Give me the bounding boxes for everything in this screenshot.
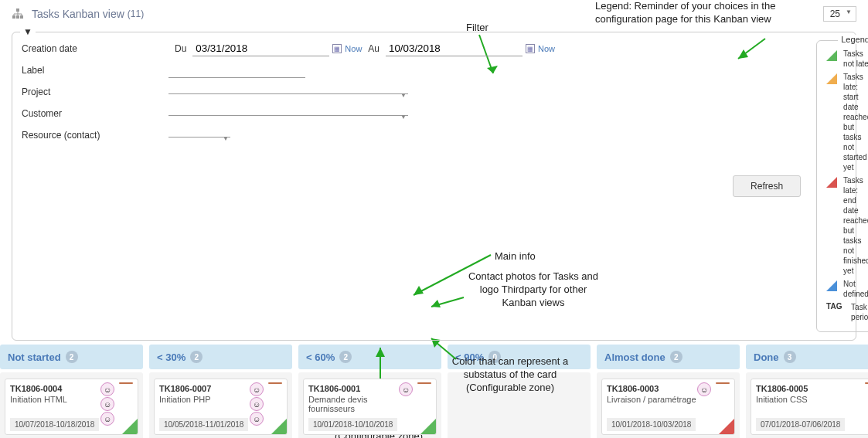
- column-body: [448, 372, 591, 438]
- count-badge: 2: [66, 351, 78, 363]
- card-ref: TK1806-0004: [10, 384, 111, 393]
- card-tag: 07/01/2018-07/06/2018: [756, 418, 845, 431]
- page-count: (11): [128, 8, 144, 19]
- card-label: Initiation PHP: [159, 395, 260, 404]
- column-header[interactable]: Not started2: [0, 345, 143, 369]
- count-badge: 2: [670, 351, 682, 363]
- label-input[interactable]: [168, 63, 305, 78]
- resource-select[interactable]: [168, 134, 230, 138]
- drag-handle-icon[interactable]: [716, 382, 730, 384]
- column-header[interactable]: Almost done2: [597, 345, 740, 369]
- svg-rect-13: [12, 15, 15, 19]
- avatar: ☺: [697, 382, 711, 396]
- column-header[interactable]: < 30%2: [149, 345, 292, 369]
- card-tag: 10/01/2018-10/03/2018: [607, 418, 696, 431]
- status-triangle-icon: [719, 419, 734, 434]
- card-tag: 10/07/2018-10/18/2018: [10, 418, 99, 431]
- column-title: < 90%: [455, 351, 484, 363]
- now-link-from[interactable]: Now: [345, 44, 362, 53]
- column-body: ☺☺☺TK1806-0004Initiation HTML10/07/2018-…: [0, 372, 143, 438]
- triangle-orange-icon: [826, 73, 837, 84]
- avatar: ☺: [250, 412, 264, 426]
- project-select[interactable]: [168, 90, 408, 94]
- kanban-card[interactable]: ☺TK1806-0001Demande devis fournisseurs10…: [303, 379, 437, 435]
- status-triangle-icon: [271, 419, 287, 434]
- column-body: ☺TK1806-0001Demande devis fournisseurs10…: [298, 372, 441, 438]
- kanban-card[interactable]: ☺☺☺TK1806-0004Initiation HTML10/07/2018-…: [5, 379, 138, 435]
- legend-not-late: Tasks not late: [843, 49, 868, 69]
- kanban-card[interactable]: TK1806-0005Initiation CSS07/01/2018-07/0…: [751, 379, 868, 435]
- drag-handle-icon[interactable]: [865, 382, 868, 384]
- triangle-red-icon: [826, 177, 837, 188]
- column-header[interactable]: < 60%2: [298, 345, 441, 369]
- count-badge: 3: [784, 351, 796, 363]
- card-label: Initiation HTML: [10, 395, 111, 404]
- column-title: Not started: [8, 351, 61, 363]
- column-body: ☺TK1806-0003Livraison / paramétrage10/01…: [597, 372, 740, 438]
- kanban-board: Not started2☺☺☺TK1806-0004Initiation HTM…: [0, 345, 868, 438]
- page-title: Tasks Kanban view: [32, 8, 124, 20]
- legend-late-start: Tasks late: start date reached but tasks…: [843, 72, 868, 172]
- filter-label-project: Project: [22, 87, 168, 97]
- svg-rect-12: [16, 8, 19, 12]
- refresh-button[interactable]: Refresh: [733, 175, 801, 197]
- date-from-input[interactable]: [192, 41, 329, 56]
- legend-tag-label: TAG: [826, 302, 845, 311]
- label-au: Au: [368, 43, 380, 54]
- card-tag: 10/05/2018-11/01/2018: [159, 418, 248, 431]
- customer-select[interactable]: [168, 112, 408, 116]
- column-body: ☺☺☺TK1806-0007Initiation PHP10/05/2018-1…: [149, 372, 292, 438]
- avatar: ☺: [100, 382, 114, 396]
- status-triangle-icon: [122, 419, 138, 434]
- kanban-column: < 60%2☺TK1806-0001Demande devis fourniss…: [298, 345, 441, 438]
- kanban-card[interactable]: ☺☺☺TK1806-0007Initiation PHP10/05/2018-1…: [154, 379, 288, 435]
- calendar-icon[interactable]: ▦: [526, 44, 535, 53]
- avatar: ☺: [399, 382, 413, 396]
- card-ref: TK1806-0003: [607, 384, 708, 393]
- page-size-select[interactable]: 25: [823, 6, 856, 22]
- avatar: ☺: [250, 382, 264, 396]
- org-icon: [12, 8, 24, 20]
- column-title: Almost done: [604, 351, 665, 363]
- column-title: Done: [754, 351, 779, 363]
- filter-label-label: Label: [22, 65, 168, 76]
- date-to-input[interactable]: [386, 41, 523, 56]
- kanban-column: Almost done2☺TK1806-0003Livraison / para…: [597, 345, 740, 438]
- kanban-column: Done3TK1806-0005Initiation CSS07/01/2018…: [746, 345, 868, 438]
- avatar-stack: ☺☺☺: [250, 382, 264, 426]
- status-triangle-icon: [420, 419, 436, 434]
- column-header[interactable]: < 90%0: [448, 345, 591, 369]
- card-ref: TK1806-0007: [159, 384, 260, 393]
- avatar-stack: ☺: [697, 382, 711, 396]
- legend-title: Legend: [838, 35, 868, 44]
- drag-handle-icon[interactable]: [119, 382, 133, 384]
- now-link-to[interactable]: Now: [538, 44, 555, 53]
- svg-rect-15: [20, 15, 23, 19]
- card-ref: TK1806-0005: [756, 384, 857, 393]
- triangle-blue-icon: [826, 280, 837, 291]
- card-ref: TK1806-0001: [308, 384, 410, 393]
- column-title: < 30%: [157, 351, 186, 363]
- legend-not-defined: Not defined: [843, 279, 868, 299]
- legend-task-period: Task period: [851, 302, 868, 322]
- drag-handle-icon[interactable]: [417, 382, 431, 384]
- legend-late-end: Tasks late: end date reached but tasks n…: [843, 175, 868, 276]
- avatar-stack: ☺: [399, 382, 413, 396]
- avatar-stack: ☺☺☺: [100, 382, 114, 426]
- triangle-green-icon: [826, 50, 837, 61]
- avatar: ☺: [100, 412, 114, 426]
- filter-label-customer: Customer: [22, 108, 168, 119]
- svg-rect-14: [16, 15, 19, 19]
- card-label: Demande devis fournisseurs: [308, 395, 410, 413]
- drag-handle-icon[interactable]: [268, 382, 282, 384]
- column-header[interactable]: Done3: [746, 345, 868, 369]
- count-badge: 2: [339, 351, 352, 363]
- column-title: < 60%: [306, 351, 335, 363]
- filter-icon: ▼: [20, 26, 36, 37]
- card-label: Initiation CSS: [756, 395, 857, 404]
- filter-label-resource: Resource (contact): [22, 130, 168, 141]
- calendar-icon[interactable]: ▦: [332, 44, 342, 53]
- kanban-card[interactable]: ☺TK1806-0003Livraison / paramétrage10/01…: [601, 379, 735, 435]
- avatar: ☺: [250, 397, 264, 411]
- kanban-column: < 90%0: [448, 345, 591, 438]
